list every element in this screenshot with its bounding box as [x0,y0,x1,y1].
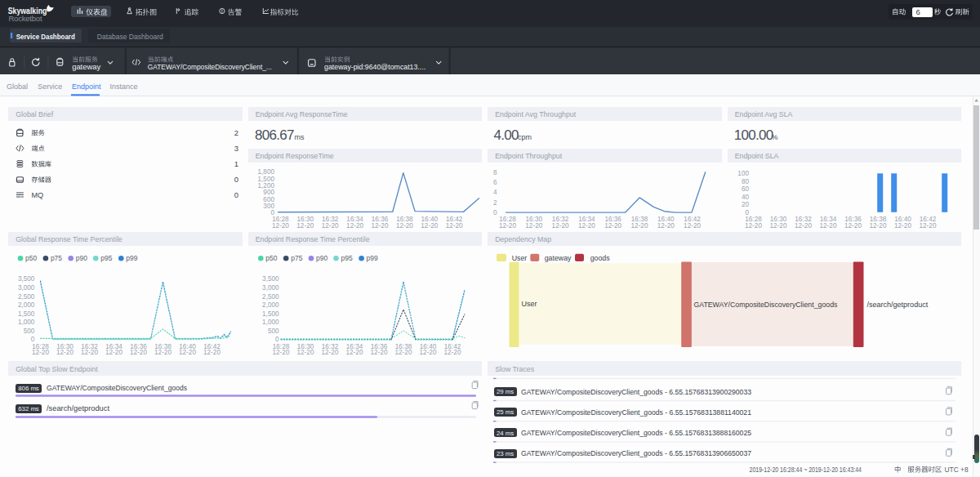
svg-text:gateway: gateway [545,254,572,262]
svg-text:gateway: gateway [72,62,100,71]
svg-text:User: User [512,254,528,262]
svg-text:p90: p90 [316,254,327,262]
svg-text:GATEWAY/CompositeDiscoveryClie: GATEWAY/CompositeDiscoveryClient_goods -… [521,429,751,437]
svg-text:Endpoint Response Time Percent: Endpoint Response Time Percentile [256,235,370,243]
svg-text:12-20: 12-20 [322,349,339,356]
svg-text:12-20: 12-20 [820,222,837,230]
svg-text:1,000: 1,000 [262,319,279,326]
svg-text:12-20: 12-20 [296,222,314,230]
svg-text:p90: p90 [76,254,87,262]
svg-text:6: 6 [916,7,920,16]
svg-text:12-20: 12-20 [552,222,569,230]
svg-text:Endpoint ResponseTime: Endpoint ResponseTime [256,152,334,160]
svg-text:100: 100 [737,170,749,177]
svg-text:1,000: 1,000 [18,319,35,326]
svg-text:12-20: 12-20 [446,222,463,230]
svg-text:12-20: 12-20 [272,222,289,230]
svg-text:12-20: 12-20 [297,349,314,356]
svg-text:p95: p95 [341,254,353,262]
svg-text:12-20: 12-20 [578,222,595,230]
svg-text:2,000: 2,000 [18,301,35,309]
svg-text:goods: goods [590,254,611,262]
svg-text:40: 40 [742,194,750,201]
svg-text:0: 0 [234,190,238,199]
svg-text:3,500: 3,500 [18,275,35,283]
svg-text:MQ: MQ [31,191,43,199]
svg-text:Endpoint Avg ResponseTime: Endpoint Avg ResponseTime [256,110,348,118]
svg-text:3,000: 3,000 [18,284,35,292]
svg-text:1,500: 1,500 [18,310,35,318]
svg-text:12-20: 12-20 [499,222,516,230]
svg-text:500: 500 [24,328,35,335]
svg-text:12-20: 12-20 [346,222,363,230]
svg-text:806 ms: 806 ms [18,385,39,392]
svg-text:12-20: 12-20 [372,222,389,230]
svg-text:24 ms: 24 ms [497,430,514,437]
svg-text:20: 20 [742,201,750,208]
svg-text:12-20: 12-20 [154,349,172,356]
svg-text:Global Top Slow Endpoint: Global Top Slow Endpoint [16,365,98,373]
svg-text:4.00: 4.00 [494,127,519,143]
svg-text:4: 4 [493,189,497,196]
svg-text:p95: p95 [100,254,112,262]
svg-text:3,500: 3,500 [262,275,279,283]
svg-text:/search/getproduct: /search/getproduct [47,404,109,412]
svg-text:GATEWAY/CompositeDiscoveryClie: GATEWAY/CompositeDiscoveryClient_goods [693,301,837,309]
svg-text:12-20: 12-20 [795,222,812,230]
svg-text:60: 60 [742,185,750,193]
svg-text:2,000: 2,000 [262,301,279,309]
svg-text:500: 500 [268,328,279,335]
svg-text:Endpoint Avg Throughput: Endpoint Avg Throughput [495,110,577,118]
svg-text:80: 80 [742,178,750,185]
svg-text:12-20: 12-20 [56,349,74,356]
svg-text:12-20: 12-20 [770,222,787,230]
svg-text:GATEWAY/CompositeDiscoveryClie: GATEWAY/CompositeDiscoveryClient_... [148,62,272,71]
svg-text:0: 0 [493,209,497,216]
svg-text:632 ms: 632 ms [18,405,39,412]
svg-text:/search/getproduct: /search/getproduct [867,301,929,309]
svg-text:cpm: cpm [518,133,532,141]
svg-text:12-20: 12-20 [32,349,49,356]
svg-text:p99: p99 [126,254,137,262]
svg-text:p75: p75 [291,254,302,262]
svg-text:%: % [772,133,778,141]
svg-text:Global Brief: Global Brief [16,110,54,118]
svg-text:Instance: Instance [110,82,138,91]
svg-text:2,500: 2,500 [18,293,35,301]
svg-text:12-20: 12-20 [346,349,363,356]
svg-text:12-20: 12-20 [657,222,675,230]
svg-text:3: 3 [234,144,238,153]
svg-text:Endpoint Throughput: Endpoint Throughput [495,152,563,160]
svg-text:Rocketbot: Rocketbot [8,14,42,23]
svg-text:Global Response Time Percentil: Global Response Time Percentile [16,235,122,243]
svg-text:12-20: 12-20 [421,222,438,230]
svg-text:0: 0 [234,175,238,184]
svg-text:Endpoint SLA: Endpoint SLA [735,152,779,160]
svg-text:2: 2 [493,199,497,207]
svg-text:Database Dashboard: Database Dashboard [97,32,163,41]
svg-text:GATEWAY/CompositeDiscoveryClie: GATEWAY/CompositeDiscoveryClient_goods -… [521,388,751,396]
svg-text:GATEWAY/CompositeDiscoveryClie: GATEWAY/CompositeDiscoveryClient_goods [47,384,187,392]
svg-text:1,500: 1,500 [262,310,279,318]
svg-text:1: 1 [234,159,238,168]
svg-text:8: 8 [493,169,497,176]
svg-text:12-20: 12-20 [371,349,388,356]
svg-text:2: 2 [234,128,238,137]
svg-text:GATEWAY/CompositeDiscoveryClie: GATEWAY/CompositeDiscoveryClient_goods -… [521,408,751,417]
svg-text:12-20: 12-20 [273,349,290,356]
svg-text:12-20: 12-20 [525,222,542,230]
svg-text:12-20: 12-20 [420,349,437,356]
svg-text:12-20: 12-20 [844,222,862,230]
svg-text:806.67: 806.67 [255,127,294,143]
svg-text:12-20: 12-20 [631,222,648,230]
svg-text:12-20: 12-20 [444,349,461,356]
svg-text:3,000: 3,000 [262,284,279,292]
svg-text:12-20: 12-20 [870,222,887,230]
svg-text:UTC +8: UTC +8 [945,466,969,474]
svg-text:12-20: 12-20 [396,222,413,230]
svg-text:12-20: 12-20 [203,349,220,356]
svg-text:23 ms: 23 ms [497,450,514,457]
svg-text:Endpoint Avg SLA: Endpoint Avg SLA [735,110,793,118]
svg-text:Service Dashboard: Service Dashboard [16,32,75,41]
svg-text:29 ms: 29 ms [497,388,514,395]
